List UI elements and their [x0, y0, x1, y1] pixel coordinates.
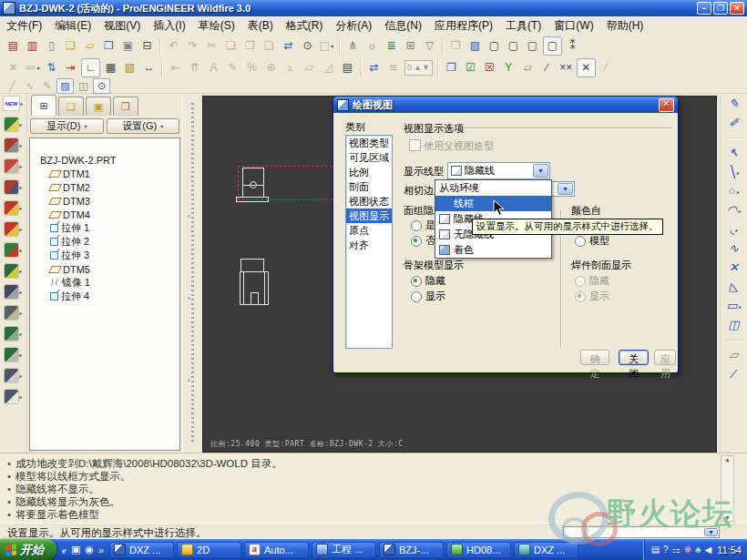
dropdown-caret-icon[interactable]: ▸	[19, 351, 22, 358]
orient-icon[interactable]: ❐	[447, 37, 465, 55]
dropdown-caret-icon[interactable]: ▾	[36, 65, 39, 71]
ref-dimension-icon[interactable]: ⇤	[167, 59, 184, 76]
tree-item[interactable]: 拉伸 4	[30, 290, 179, 303]
menu-item[interactable]: 分析(A)	[329, 16, 378, 36]
sketch-line-icon[interactable]: ╱	[5, 79, 20, 93]
menu-item[interactable]: 视图(V)	[97, 16, 147, 36]
regenerate-icon[interactable]: ⇄	[280, 37, 297, 55]
menu-item[interactable]: 草绘(S)	[192, 16, 241, 36]
dropdown-caret-icon[interactable]: ▸	[19, 310, 22, 316]
category-item[interactable]: 比例	[346, 165, 392, 179]
copy-view-icon[interactable]: ▸	[5, 243, 22, 257]
datum-plane-tool-icon[interactable]: ▱	[730, 349, 739, 361]
dropdown-item[interactable]: 着色	[435, 242, 551, 258]
media-player-icon[interactable]: ◉	[85, 544, 94, 555]
dropdown-caret-icon[interactable]: ▸	[19, 393, 22, 400]
symbol-gallery-icon[interactable]: ▸	[5, 390, 22, 403]
network-icon[interactable]: ⚏	[672, 545, 680, 555]
annotation-toggle-icon[interactable]: ⁄	[598, 59, 615, 76]
skeleton-hide-radio[interactable]: 隐藏	[411, 274, 445, 288]
no-hidden-icon[interactable]: ▢	[524, 37, 541, 55]
note-icon[interactable]: ✎	[224, 59, 241, 76]
paste-special-icon[interactable]: ❑	[261, 37, 278, 55]
save-copy-icon[interactable]: ▣	[119, 37, 137, 55]
copy-icon[interactable]: ❏	[222, 37, 240, 55]
datum-axis-toggle-icon[interactable]: ∕	[538, 59, 556, 76]
dropdown-caret-icon[interactable]: ▸	[19, 331, 22, 337]
category-item[interactable]: 视图显示	[346, 209, 392, 223]
sketch-chain-icon[interactable]: ∿	[22, 79, 37, 93]
navigator-tab-favorites[interactable]: ▣	[86, 97, 111, 116]
activate-window-icon[interactable]: ☑	[462, 59, 479, 76]
display-style-combobox[interactable]: 隐藏线 ▼	[447, 162, 550, 179]
undo-icon[interactable]: ↶	[165, 37, 182, 55]
tree-item[interactable]: )(镜像 1	[30, 276, 179, 290]
style-edit-icon[interactable]: ✎	[729, 97, 739, 110]
taskbar-button[interactable]: DXZ ...	[109, 542, 174, 558]
internet-explorer-icon[interactable]: e	[62, 545, 67, 555]
cut-icon[interactable]: ✂	[203, 37, 220, 55]
import-icon[interactable]: ❏	[62, 37, 79, 55]
geom-tolerance-icon[interactable]: ⊕	[262, 59, 280, 76]
select-region-icon[interactable]: ⬚▾	[318, 37, 335, 55]
spline-tool-icon[interactable]: ∿	[729, 242, 739, 255]
new-window-icon[interactable]: ❐	[443, 59, 460, 76]
rectangle-tool-icon[interactable]: ▭▸	[726, 300, 741, 312]
save-icon[interactable]: ❒	[100, 37, 118, 55]
zoom-pane-icon[interactable]: ⊙	[93, 78, 110, 94]
detail-view-icon[interactable]: ▸	[5, 201, 22, 215]
table-select-icon[interactable]: ▧	[121, 59, 138, 76]
show-button[interactable]: 显示(D)▾	[30, 118, 104, 134]
taskbar-button[interactable]: DXZ ...	[514, 542, 578, 558]
menu-item[interactable]: 工具(T)	[499, 16, 547, 36]
redraw-icon[interactable]: ▨	[466, 37, 484, 55]
top-view-hole[interactable]	[250, 181, 257, 188]
auxiliary-view-icon[interactable]: ▸	[5, 180, 22, 194]
dims-display-icon[interactable]: ⁑	[564, 37, 581, 55]
menu-item[interactable]: 信息(N)	[378, 16, 428, 36]
dropdown-caret-icon[interactable]: ▸	[736, 188, 739, 195]
status-filter-field[interactable]: ▼	[563, 526, 720, 538]
taskbar-button[interactable]: aAuto...	[244, 542, 309, 558]
quick-launch-overflow-icon[interactable]: »	[98, 545, 104, 555]
dropdown-caret-icon[interactable]: ▸	[19, 142, 22, 148]
sketch-edit-icon[interactable]: ✎	[39, 79, 55, 93]
taskbar-button[interactable]: BZJ-...	[379, 542, 444, 558]
front-view-top[interactable]	[240, 259, 264, 272]
use-parent-style-checkbox[interactable]	[409, 139, 421, 151]
dropdown-caret-icon[interactable]: ▸	[735, 227, 738, 233]
menu-item[interactable]: 帮助(H)	[600, 16, 650, 36]
sheet-number-spinner[interactable]: 0▲▼	[404, 60, 433, 76]
menu-item[interactable]: 窗口(W)	[547, 16, 599, 36]
mirror-tool-icon[interactable]: ◫	[728, 319, 739, 331]
menu-item[interactable]: 格式(R)	[280, 16, 330, 36]
balloon-create-icon[interactable]: ▸	[5, 306, 22, 320]
dropdown-caret-icon[interactable]: ▸	[19, 184, 22, 190]
insert-view-arrow-icon[interactable]: ⇥	[62, 59, 79, 76]
category-item[interactable]: 视图状态	[346, 194, 392, 209]
dropdown-item[interactable]: 从动环境	[435, 180, 551, 196]
list-icon[interactable]: ≔▾	[24, 59, 41, 76]
taskbar-button[interactable]: 2D	[177, 542, 241, 558]
menu-item[interactable]: 文件(F)	[0, 16, 48, 36]
front-view-slot[interactable]	[251, 292, 259, 305]
category-item[interactable]: 剖面	[346, 179, 392, 194]
tree-filter-icon[interactable]: ▽	[421, 37, 438, 55]
datum-plane-toggle-icon[interactable]: ▱	[519, 59, 537, 76]
new-file-icon[interactable]: ▯	[43, 37, 60, 55]
print-icon[interactable]: ⊟	[138, 37, 156, 55]
update-view-icon[interactable]: ⇅	[43, 59, 60, 76]
align-icon[interactable]: ≋	[384, 59, 402, 76]
general-view-icon[interactable]: ▸	[5, 138, 22, 152]
dropdown-caret-icon[interactable]: ▸	[19, 163, 22, 169]
quilt-no-radio[interactable]: 否	[411, 234, 435, 248]
lock-view-icon[interactable]: ∟	[81, 58, 100, 77]
tree-item[interactable]: 拉伸 3	[30, 249, 179, 262]
wireframe-icon[interactable]: ▢	[486, 37, 503, 55]
combo-arrow-icon[interactable]: ▼	[558, 183, 573, 195]
dropdown-caret-icon[interactable]: ▸	[19, 205, 22, 211]
splitter-collapse-icon[interactable]: ‹	[188, 376, 190, 384]
taskbar-button[interactable]: HD08...	[446, 542, 511, 558]
tree-item[interactable]: DTM4	[30, 208, 179, 221]
menu-item[interactable]: 应用程序(P)	[428, 16, 499, 36]
